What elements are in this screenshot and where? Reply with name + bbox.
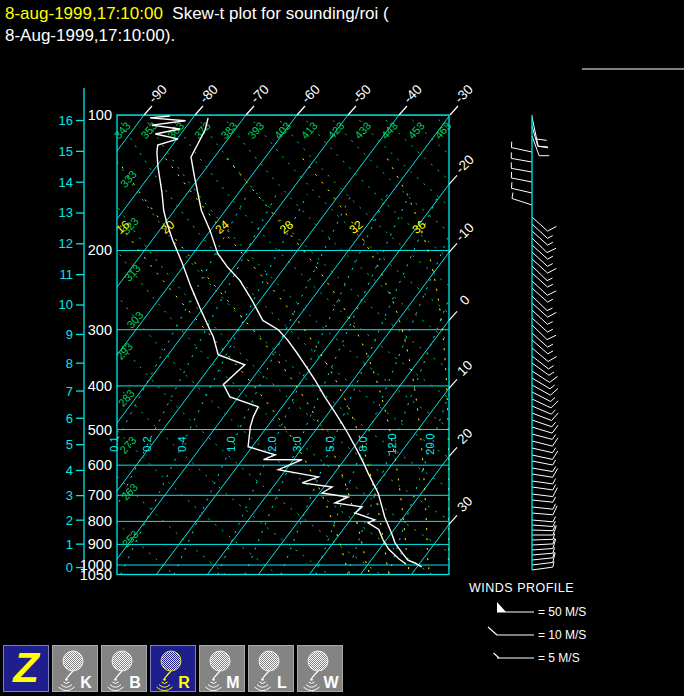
wind-barb-staff [532,468,553,472]
wind-barb-staff [532,325,547,340]
wind-barb-staff [532,231,548,245]
wind-barb-staff [532,340,548,354]
right-temp-label: 20 [454,426,475,447]
radiosonde-icon: K [53,646,97,691]
toolbar-button-w[interactable]: W [297,645,343,692]
dry-adiabat-line [191,107,684,576]
dry-adiabat-line [112,107,642,576]
radiosonde-icon: M [200,646,244,691]
toolbar-button-b[interactable]: B [101,645,147,692]
toolbar-button-letter: R [178,674,190,691]
height-km-label: 10 [59,297,73,312]
wind-barb-tick [547,248,556,252]
moist-adiabat-label: 24 [213,217,232,237]
wind-barb-staff [532,303,548,317]
wind-barb-tick [553,497,556,502]
wind-barb-tick [547,264,552,267]
plot-border [117,115,449,575]
wind-barb-staff [511,158,532,162]
radiosonde-icon: L [249,646,293,691]
wind-barb-staff [532,427,552,433]
height-km-label: 0 [66,560,73,575]
wind-barb-staff [532,363,549,375]
wind-barb-staff [532,273,548,287]
wind-barb-staff [532,461,553,465]
toolbar-button-l[interactable]: L [248,645,294,692]
toolbar-button-z[interactable]: Z [3,645,49,692]
wind-barb-tick [538,146,548,147]
mixing-ratio-label: 3.0 [291,436,303,451]
wind-barb-tick [553,504,556,509]
wind-barb-staff [532,539,553,540]
wind-barb-staff [532,513,553,515]
mixing-ratio-label: 12.0 [386,433,398,454]
wind-barb-tick [550,376,558,382]
toolbar-button-k[interactable]: K [52,645,98,692]
wind-barb-tick [548,357,557,362]
wind-barb-staff [532,413,552,421]
winds-legend-label: = 5 M/S [538,651,580,665]
dry-adiabat-label: 433 [352,119,373,141]
wind-barb-tick [548,351,553,354]
isotherm-line [411,115,684,575]
mixing-ratio-line [218,194,388,574]
height-km-label: 6 [66,411,73,426]
wind-barb-tick [553,448,556,453]
isotherm-line [0,115,195,575]
right-temp-label: 0 [457,292,473,308]
wind-barb-staff [532,530,553,531]
dry-adiabat-line [0,107,331,576]
app-window: 8-aug-1999,17:10:00 Skew-t plot for soun… [0,0,684,696]
wind-barbs [511,117,558,570]
height-km-label: 7 [66,384,73,399]
height-km-label: 9 [66,327,73,342]
right-temp-label: 10 [454,358,475,379]
plot-grid [0,107,684,576]
wind-barb-staff [532,117,538,146]
wind-barb-staff [532,448,553,453]
height-km-label: 11 [60,267,74,282]
wind-barb-staff [532,553,553,555]
wind-barb-staff [532,224,547,238]
toolbar-button-m[interactable]: M [199,645,245,692]
right-temp-label: -20 [453,152,477,176]
dry-adiabat-label: 403 [272,119,293,141]
radiosonde-icon: W [298,646,342,691]
wind-barb-tick [552,425,558,433]
height-km-label: 1 [66,537,73,552]
wind-barb-staff [532,266,547,281]
height-km-label: 8 [66,356,73,371]
moist-adiabat-line [303,159,429,575]
height-km-label: 2 [66,513,73,528]
right-temp-label: 30 [454,494,475,515]
wind-barb-staff [512,148,533,152]
top-temp-label: -80 [197,82,221,106]
wind-barb-tick [547,308,552,311]
right-temp-label: -10 [453,220,477,244]
dry-adiabat-line [0,107,279,576]
wind-barb-staff [511,168,532,172]
dry-adiabat-label: 353 [138,119,159,141]
wind-barb-tick [547,291,556,296]
dry-adiabat-line [164,107,684,576]
radiosonde-icon: B [102,646,146,691]
wind-barb-tick [547,236,552,239]
wind-barb-staff [532,281,547,295]
toolbar-button-letter: W [323,674,339,691]
dry-adiabat-line [0,107,228,576]
wind-barb-tick [548,344,553,347]
mixing-ratio-label: 0.2 [141,436,153,451]
toolbar-button-r[interactable]: R [150,645,196,692]
toolbar-button-letter: K [80,674,92,691]
wind-barb-staff [532,544,553,545]
pressure-label: 700 [88,487,112,503]
mixing-ratio-line [389,194,525,574]
winds-legend: WINDS PROFILE= 50 M/S= 10 M/S= 5 M/S [469,581,586,665]
wind-barb-tick [550,389,558,396]
top-temp-label: -50 [350,82,374,106]
dry-adiabat-label: 413 [299,119,320,141]
wind-barb-tick [547,335,556,339]
top-temp-label: -60 [299,82,323,106]
mixing-ratio-label: 1.0 [225,436,237,451]
dry-adiabat-label: 453 [406,119,427,141]
